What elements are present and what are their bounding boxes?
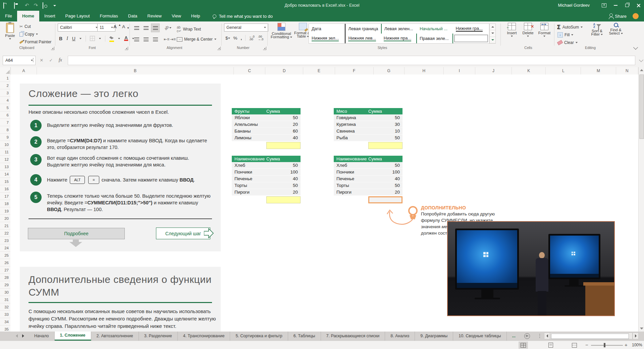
fill-color-dropdown[interactable] [118, 38, 120, 39]
wrap-text-button[interactable]: abc↵ Wrap Text [177, 26, 201, 33]
font-family-select[interactable]: Calibri [58, 23, 100, 32]
row-header-22[interactable]: 22 [0, 230, 10, 237]
clipboard-dialog-launcher[interactable] [51, 47, 54, 50]
merge-center-button[interactable]: ↔ Merge & Center [177, 37, 216, 42]
cell-style-Нижняя зел...[interactable]: Нижняя зел... [309, 34, 345, 43]
ribbon-tab-page-layout[interactable]: Page Layout [60, 11, 95, 21]
worksheet-canvas[interactable]: Сложение — это легко Ниже описаны нескол… [10, 74, 638, 332]
column-header-C[interactable]: C [234, 67, 265, 74]
align-center-button[interactable] [142, 35, 150, 44]
currency-button[interactable]: $ [225, 36, 230, 41]
account-user-name[interactable]: Michael Gordeev [558, 3, 590, 8]
cut-button[interactable]: ✂ Cut [19, 24, 31, 29]
scroll-down-icon[interactable] [640, 328, 643, 330]
clear-button[interactable]: Clear [557, 40, 578, 45]
cancel-entry-icon[interactable]: ✕ [38, 56, 46, 64]
autosum-button[interactable]: Σ AutoSum [557, 24, 583, 31]
hscroll-left-icon[interactable] [544, 333, 550, 339]
sheet-tab-8-анализ[interactable]: 8. Анализ [385, 332, 415, 341]
fill-color-button[interactable] [109, 35, 114, 42]
row-header-30[interactable]: 30 [0, 289, 10, 296]
percent-button[interactable]: % [233, 36, 237, 41]
gallery-scroll-up-icon[interactable] [490, 24, 495, 30]
zoom-in-button[interactable]: + [625, 342, 628, 348]
row-header-2[interactable]: 2 [0, 82, 10, 89]
cell-style-Правая зеле...[interactable]: Правая зеле... [417, 34, 453, 43]
cell-style-Нижняя лев...[interactable]: Нижняя лев... [345, 34, 381, 43]
column-header-D[interactable]: D [265, 67, 303, 74]
format-cells-button[interactable]: ⟷ Format [537, 23, 552, 37]
cell-style-Нижняя пра...[interactable]: Нижняя пра... [381, 34, 417, 43]
comma-button[interactable]: , [241, 36, 242, 41]
share-button[interactable]: Share [609, 14, 627, 19]
column-header-K[interactable]: K [512, 67, 546, 74]
ribbon-tab-home[interactable]: Home [17, 11, 39, 21]
row-header-18[interactable]: 18 [0, 200, 10, 207]
row-header-3[interactable]: 3 [0, 89, 10, 97]
zoom-slider-thumb[interactable] [604, 343, 605, 347]
row-header-7[interactable]: 7 [0, 119, 10, 126]
restore-button[interactable] [621, 0, 633, 11]
row-header-4[interactable]: 4 [0, 97, 10, 104]
row-header-1[interactable]: 1 [0, 74, 10, 82]
page-break-view-button[interactable] [570, 342, 579, 349]
insert-function-button[interactable]: fx [56, 56, 64, 64]
row-header-10[interactable]: 10 [0, 141, 10, 148]
ribbon-display-options-button[interactable] [598, 0, 610, 11]
column-header-B[interactable]: B [37, 67, 234, 74]
row-header-26[interactable]: 26 [0, 259, 10, 266]
font-size-select[interactable]: 11 [97, 23, 115, 32]
delete-cells-button[interactable]: ✕ Delete [521, 23, 535, 37]
sheet-tab-3-разделение[interactable]: 3. Разделение [139, 332, 178, 341]
align-middle-button[interactable] [142, 23, 150, 32]
copy-button[interactable]: Copy [19, 32, 38, 37]
increase-font-button[interactable]: A▲ [113, 24, 121, 29]
row-header-14[interactable]: 14 [0, 170, 10, 178]
row-header-15[interactable]: 15 [0, 178, 10, 185]
sort-filter-button[interactable]: AZ Sort & Filter [589, 23, 605, 36]
column-header-H[interactable]: H [405, 67, 444, 74]
sheet-tab-9-диаграммы[interactable]: 9. Диаграммы [415, 332, 453, 341]
confirm-entry-icon[interactable]: ✓ [47, 56, 55, 64]
row-header-29[interactable]: 29 [0, 281, 10, 289]
format-painter-button[interactable]: Format Painter [19, 40, 51, 44]
row-header-23[interactable]: 23 [0, 237, 10, 244]
align-top-button[interactable] [132, 23, 141, 32]
row-header-28[interactable]: 28 [0, 274, 10, 281]
column-header-M[interactable]: M [581, 67, 616, 74]
cell-style-Левая зелен...[interactable]: Левая зелен... [381, 24, 417, 34]
sheet-tab-2-автозаполнение[interactable]: 2. Автозаполнение [91, 332, 139, 341]
row-header-19[interactable]: 19 [0, 207, 10, 215]
next-step-button[interactable]: Следующий шаг [156, 228, 210, 239]
zoom-level[interactable]: 100% [632, 343, 642, 347]
row-header-27[interactable]: 27 [0, 266, 10, 274]
column-header-F[interactable]: F [335, 67, 374, 74]
sheet-tab-6-таблицы[interactable]: 6. Таблицы [288, 332, 321, 341]
align-bottom-button[interactable] [151, 23, 160, 32]
cell-style-empty[interactable] [453, 34, 489, 43]
row-header-34[interactable]: 34 [0, 318, 10, 326]
name-box[interactable]: A64 [3, 56, 36, 65]
scroll-up-icon[interactable] [640, 69, 643, 71]
row-header-24[interactable]: 24 [0, 244, 10, 252]
ribbon-tab-data[interactable]: Data [123, 11, 142, 21]
sum-input-cell[interactable] [266, 142, 301, 149]
embedded-video[interactable] [447, 221, 615, 316]
ribbon-tab-file[interactable]: File [0, 11, 17, 21]
align-right-button[interactable] [151, 35, 160, 44]
find-select-button[interactable]: Find & Select [608, 23, 624, 35]
hscroll-right-icon[interactable] [633, 333, 639, 339]
borders-dropdown[interactable] [99, 38, 101, 39]
decrease-font-button[interactable]: A▼ [122, 24, 129, 29]
decrease-decimal-button[interactable]: .00→.0 [258, 35, 264, 41]
row-header-33[interactable]: 33 [0, 311, 10, 318]
insert-cells-button[interactable]: ← Insert [504, 23, 519, 37]
column-header-L[interactable]: L [546, 67, 581, 74]
cell-style-Левая граница[interactable]: Левая граница [345, 24, 381, 34]
row-header-35[interactable]: 35 [0, 326, 10, 332]
sheet-tab-начало[interactable]: Начало [29, 332, 55, 341]
collapse-ribbon-icon[interactable] [633, 45, 638, 50]
row-header-20[interactable]: 20 [0, 215, 10, 222]
row-header-17[interactable]: 17 [0, 193, 10, 200]
align-left-button[interactable] [132, 35, 141, 44]
